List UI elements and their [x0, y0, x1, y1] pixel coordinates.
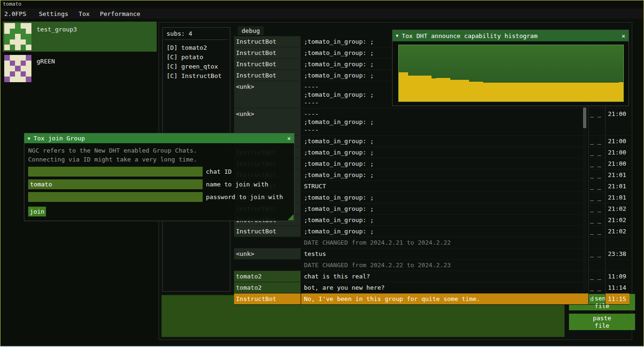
menu-item[interactable]: Settings [34, 10, 74, 17]
member-role: [D] [167, 44, 177, 51]
join-field-label: password to join with [206, 193, 283, 200]
join-field-label: name to join with [206, 181, 268, 188]
collapse-arrow-icon[interactable]: ▼ [396, 33, 398, 38]
message-timestamp: 21:00 [605, 108, 629, 135]
message-timestamp: 21:00 [605, 158, 629, 169]
message-timestamp [605, 260, 629, 270]
histogram-window-title: Tox DHT announce capability histogram [402, 32, 538, 39]
message-timestamp: 21:02 [605, 215, 629, 225]
chat-tab-bar: debug [234, 26, 264, 35]
menu-bar: 2.0FPS Settings Tox Performance [0, 8, 644, 19]
chat-message-row[interactable]: tomato2 chat is this real? _ _ 11:09 [234, 271, 629, 282]
chat-message-row[interactable]: DATE CHANGED from 2024.2.22 to 2024.2.23 [234, 260, 629, 271]
join-window-body: NGC refers to the New DHT enabled Group … [24, 143, 294, 219]
message-timestamp: 11:14 [605, 282, 629, 293]
message-status-flags: _ _ [588, 248, 605, 259]
join-field-row: name to join with [28, 179, 290, 189]
chat-message-row[interactable]: tomato2 bot, are you new here? _ _ 11:14 [234, 282, 629, 293]
message-timestamp: 21:02 [605, 226, 629, 237]
chat-message-row[interactable]: DATE CHANGED from 2024.2.21 to 2024.2.22 [234, 237, 629, 248]
message-text: DATE CHANGED from 2024.2.22 to 2024.2.23 [301, 260, 588, 270]
chat-scrollbar-thumb[interactable] [583, 108, 586, 128]
fps-counter: 2.0FPS [4, 10, 26, 17]
histogram-window-titlebar[interactable]: ▼ Tox DHT announce capability histogram … [393, 30, 629, 41]
resize-grip[interactable] [288, 214, 294, 220]
message-author: tomato2 [234, 282, 301, 293]
message-author: tomato2 [234, 271, 301, 282]
message-timestamp: 21:00 [605, 136, 629, 147]
chat-message-row[interactable]: InstructBot ;tomato_in_group: ; _ _ 21:0… [234, 226, 629, 237]
group-member[interactable]: [D]tomato2 [167, 43, 226, 53]
message-text: ;tomato_in_group: ; [301, 170, 588, 180]
message-author [234, 237, 301, 248]
contact-list: test_group3 gREEN [3, 22, 157, 85]
group-member[interactable]: [C]InstructBot [167, 71, 226, 81]
message-author: <unk> [234, 108, 301, 135]
message-timestamp: 21:02 [605, 203, 629, 214]
message-status-flags: _ _ [588, 181, 605, 192]
dht-capability-histogram-plot[interactable] [398, 45, 624, 102]
message-status-flags: _ _ [588, 192, 605, 203]
member-role: [C] [167, 72, 177, 79]
group-member[interactable]: [C]green_qtox [167, 62, 226, 71]
message-status-flags: _ _ [588, 203, 605, 214]
window-title: tomato [3, 1, 22, 7]
join-field-row: password to join with [28, 192, 290, 202]
message-text: ;tomato_in_group: ; [301, 136, 588, 147]
message-status-flags: _ _ [588, 108, 605, 135]
panel-separator [165, 39, 228, 40]
join-info-line1: NGC refers to the New DHT enabled Group … [28, 146, 290, 155]
join-button[interactable]: join [28, 207, 46, 216]
message-timestamp: 21:01 [605, 181, 629, 192]
collapse-arrow-icon[interactable]: ▼ [28, 136, 30, 141]
member-name: tomato2 [181, 44, 207, 51]
menu-item[interactable]: Performance [95, 10, 145, 17]
message-author: InstructBot [234, 36, 301, 47]
message-author [234, 260, 301, 270]
message-text: ;tomato_in_group: ; [301, 192, 588, 203]
message-status-flags: _ _ [588, 147, 605, 158]
chat-message-row[interactable]: <unk> testus _ _ 23:38 [234, 248, 629, 260]
message-text: bot, are you new here? [301, 282, 588, 293]
message-author: InstructBot [234, 70, 301, 81]
close-icon[interactable]: ✕ [287, 135, 291, 142]
chat-message-row[interactable]: InstructBot No, I've been in this group … [234, 293, 629, 305]
message-text: STRUCT [301, 181, 588, 192]
join-group-window: ▼ Tox join Group ✕ NGC refers to the New… [24, 133, 295, 221]
message-timestamp: 11:09 [605, 271, 629, 282]
join-window-titlebar[interactable]: ▼ Tox join Group ✕ [24, 133, 294, 143]
paste-file-button[interactable]: paste file [569, 314, 635, 330]
join-field-row: chat ID [28, 167, 290, 177]
member-role: [C] [167, 54, 177, 61]
join-field-input[interactable] [28, 192, 203, 202]
message-text: chat is this real? [301, 271, 588, 282]
message-timestamp: 21:01 [605, 170, 629, 180]
message-timestamp [605, 237, 629, 248]
message-status-flags: _ _ [588, 226, 605, 237]
contact-item[interactable]: test_group3 [3, 22, 157, 52]
os-titlebar[interactable]: tomato [0, 0, 644, 8]
message-author: InstructBot [234, 226, 301, 237]
join-fields: chat ID name to join with password to jo… [28, 167, 290, 202]
contact-name: gREEN [37, 55, 55, 65]
join-field-input[interactable] [28, 167, 203, 177]
message-author: <unk> [234, 248, 301, 259]
group-member[interactable]: [C]potato [167, 53, 226, 62]
tab-debug[interactable]: debug [238, 26, 264, 35]
join-field-input[interactable] [28, 179, 203, 189]
member-name: InstructBot [181, 72, 221, 79]
message-author: <unk> [234, 81, 301, 108]
message-author: InstructBot [234, 59, 301, 69]
contact-avatar-identicon [4, 23, 31, 50]
message-status-flags: _ _ [588, 170, 605, 180]
contact-item[interactable]: gREEN [3, 54, 157, 84]
menu-item[interactable]: Tox [74, 10, 95, 17]
message-timestamp: 21:01 [605, 192, 629, 203]
message-text: ;tomato_in_group: ; [301, 226, 588, 237]
message-timestamp: 23:38 [605, 248, 629, 259]
chat-message-row[interactable]: <unk> ---- ;tomato_in_group: ; ---- _ _ … [234, 108, 629, 136]
join-window-title: Tox join Group [33, 135, 85, 142]
message-status-flags: _ _ [588, 282, 605, 293]
close-icon[interactable]: ✕ [621, 32, 625, 39]
message-text: No, I've been in this group for quite so… [301, 293, 588, 304]
